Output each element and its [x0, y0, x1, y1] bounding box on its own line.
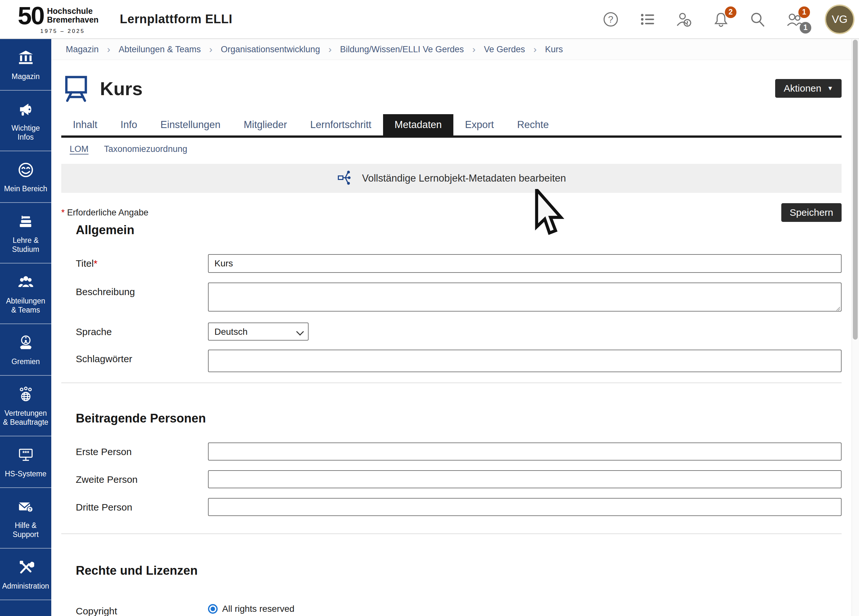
- contacts-badge-total: 1: [800, 22, 811, 34]
- zweite-person-input[interactable]: [208, 470, 842, 488]
- sidebar-item-label: Abteilungen & Teams: [3, 296, 49, 314]
- svg-text:★: ★: [24, 336, 27, 339]
- form-row-dritte-person: Dritte Person: [61, 498, 842, 516]
- sidebar-item-label: Administration: [2, 582, 49, 591]
- svg-text:***: ***: [22, 450, 29, 457]
- page-title-row: Kurs Aktionen ▼: [61, 73, 842, 104]
- sidebar-item-magazin[interactable]: Magazin: [0, 39, 51, 91]
- sidebar-item-label: Gremien: [11, 357, 40, 366]
- form-row-sprache: Sprache Deutsch: [61, 322, 842, 341]
- tab-info[interactable]: Info: [109, 114, 149, 136]
- vertical-scrollbar: [851, 39, 859, 616]
- help-icon[interactable]: ?: [602, 11, 619, 28]
- logo-50: 50: [18, 4, 44, 27]
- section-title-rechte: Rechte und Lizenzen: [61, 564, 842, 578]
- tab-rechte[interactable]: Rechte: [506, 114, 561, 136]
- copyright-radio-option[interactable]: All rights reserved: [208, 602, 842, 614]
- tab-einstellungen[interactable]: Einstellungen: [149, 114, 232, 136]
- titel-input[interactable]: [208, 254, 842, 273]
- sidebar-item-administration[interactable]: Administration: [0, 549, 51, 600]
- tab-mitglieder[interactable]: Mitglieder: [232, 114, 298, 136]
- sidebar-item-label: Hilfe & Support: [3, 521, 49, 539]
- save-button[interactable]: Speichern: [781, 203, 842, 222]
- tab-export[interactable]: Export: [453, 114, 506, 136]
- sidebar-item-label: Vertretungen & Beauftragte: [3, 409, 49, 427]
- subtab-lom[interactable]: LOM: [70, 144, 89, 154]
- tab-metadaten[interactable]: Metadaten: [383, 114, 454, 136]
- contacts-icon[interactable]: 1 1: [786, 11, 803, 28]
- breadcrumb-item-kurs[interactable]: Kurs: [545, 44, 563, 55]
- tab-bar: Inhalt Info Einstellungen Mitglieder Ler…: [61, 114, 842, 138]
- form-row-schlagwoerter: Schlagwörter: [61, 350, 842, 372]
- field-label-schlagwoerter: Schlagwörter: [61, 350, 208, 372]
- section-divider: [61, 383, 842, 383]
- svg-text:?: ?: [608, 14, 613, 24]
- tab-inhalt[interactable]: Inhalt: [61, 114, 109, 136]
- beschreibung-textarea[interactable]: [208, 283, 842, 311]
- sidebar-item-lehre-studium[interactable]: Lehre & Studium: [0, 203, 51, 264]
- mail-question-icon: ?: [17, 498, 34, 516]
- breadcrumb-item-ve-gerdes[interactable]: Ve Gerdes: [484, 44, 525, 55]
- avatar[interactable]: VG: [825, 5, 854, 34]
- radio-selected-icon[interactable]: [208, 604, 218, 614]
- megaphone-icon: [17, 101, 34, 119]
- breadcrumb-item-bildung-wissen[interactable]: Bildung/Wissen/ELLI Ve Gerdes: [340, 44, 464, 55]
- field-label-dritte-person: Dritte Person: [61, 498, 208, 516]
- app-title: Lernplattform ELLI: [120, 12, 233, 26]
- metadata-tree-icon: [337, 169, 354, 188]
- tools-icon: [17, 559, 34, 577]
- edit-full-metadata-banner[interactable]: Vollständige Lernobjekt-Metadaten bearbe…: [61, 164, 842, 193]
- logo-institution: Hochschule Bremerhaven: [47, 7, 99, 24]
- user-status-icon[interactable]: [676, 11, 693, 28]
- bell-icon[interactable]: 2: [712, 11, 729, 28]
- field-label-erste-person: Erste Person: [61, 442, 208, 461]
- required-note: * Erforderliche Angabe: [61, 208, 148, 218]
- section-divider: [61, 533, 842, 534]
- schlagwoerter-input[interactable]: [208, 350, 842, 372]
- tab-lernfortschritt[interactable]: Lernfortschritt: [298, 114, 383, 136]
- page-title: Kurs: [100, 78, 142, 99]
- dritte-person-input[interactable]: [208, 498, 842, 516]
- sidebar-item-wichtige-infos[interactable]: Wichtige Infos: [0, 91, 51, 151]
- sidebar-item-hs-systeme[interactable]: *** HS-Systeme: [0, 436, 51, 488]
- breadcrumb-item-magazin[interactable]: Magazin: [66, 44, 99, 55]
- main-content: Kurs Aktionen ▼ Inhalt Info Einstellunge…: [51, 60, 852, 616]
- sidebar-item-vertretungen[interactable]: Vertretungen & Beauftragte: [0, 376, 51, 436]
- people-group-icon: [17, 274, 34, 292]
- committee-icon: ★: [17, 335, 34, 352]
- list-icon[interactable]: [639, 11, 656, 28]
- sidebar-item-hilfe-support[interactable]: ? Hilfe & Support: [0, 488, 51, 549]
- form-header-row: * Erforderliche Angabe Speichern: [61, 203, 842, 222]
- search-icon[interactable]: [750, 11, 766, 28]
- field-label-copyright: Copyright: [61, 602, 208, 616]
- subtab-taxonomiezuordnung[interactable]: Taxonomiezuordnung: [104, 144, 187, 154]
- field-label-zweite-person: Zweite Person: [61, 470, 208, 488]
- breadcrumb-item-abteilungen[interactable]: Abteilungen & Teams: [119, 44, 201, 55]
- section-title-beitragende: Beitragende Personen: [61, 411, 842, 426]
- chevron-right-icon: ›: [472, 44, 476, 55]
- books-icon: [17, 213, 34, 231]
- caret-down-icon: ▼: [827, 85, 833, 92]
- svg-text:?: ?: [28, 507, 31, 512]
- monitor-icon: ***: [17, 447, 34, 465]
- sidebar-item-abteilungen-teams[interactable]: Abteilungen & Teams: [0, 264, 51, 324]
- sidebar-item-mein-bereich[interactable]: Mein Bereich: [0, 151, 51, 203]
- chevron-right-icon: ›: [533, 44, 537, 55]
- sidebar-item-label: Lehre & Studium: [3, 236, 49, 254]
- smiley-icon: [17, 162, 34, 180]
- app-window: 50 Hochschule Bremerhaven 1975 – 2025 Le…: [0, 0, 859, 616]
- form-row-beschreibung: Beschreibung: [61, 283, 842, 313]
- sidebar-item-label: Mein Bereich: [4, 184, 47, 193]
- language-select[interactable]: Deutsch: [208, 322, 309, 341]
- header-icon-bar: ?: [602, 5, 854, 34]
- actions-button[interactable]: Aktionen ▼: [775, 79, 842, 98]
- chevron-right-icon: ›: [328, 44, 331, 55]
- copyright-radio-label: All rights reserved: [222, 604, 294, 614]
- scrollbar-thumb[interactable]: [853, 40, 858, 339]
- sidebar-item-gremien[interactable]: ★ Gremien: [0, 324, 51, 376]
- breadcrumb: Magazin › Abteilungen & Teams › Organisa…: [51, 39, 852, 60]
- university-logo[interactable]: 50 Hochschule Bremerhaven 1975 – 2025: [18, 4, 99, 34]
- erste-person-input[interactable]: [208, 442, 842, 461]
- breadcrumb-item-organisationsentwicklung[interactable]: Organisationsentwicklung: [221, 44, 320, 55]
- bank-icon: [17, 49, 34, 67]
